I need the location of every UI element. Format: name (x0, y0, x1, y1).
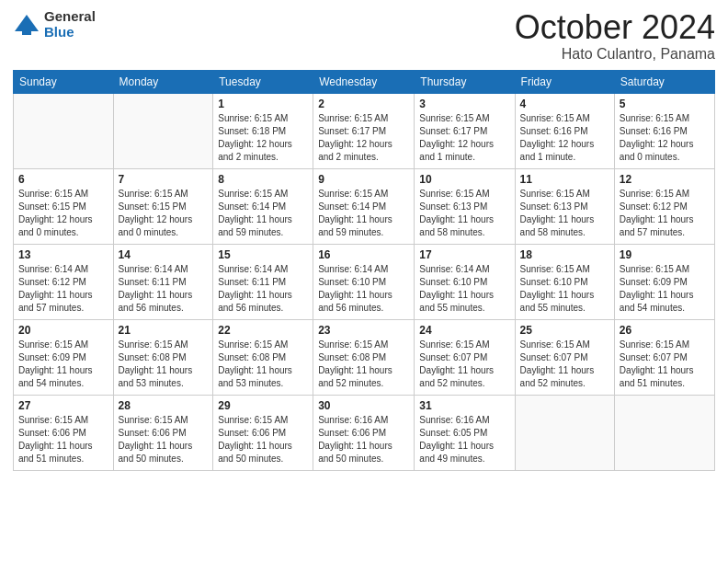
table-row: 26Sunrise: 6:15 AMSunset: 6:07 PMDayligh… (614, 319, 714, 395)
table-row: 2Sunrise: 6:15 AMSunset: 6:17 PMDaylight… (313, 93, 415, 168)
day-number: 13 (18, 248, 108, 261)
col-friday: Friday (515, 70, 614, 93)
calendar-week-row: 1Sunrise: 6:15 AMSunset: 6:18 PMDaylight… (14, 93, 715, 168)
table-row: 22Sunrise: 6:15 AMSunset: 6:08 PMDayligh… (213, 319, 313, 395)
logo-blue-text: Blue (44, 25, 96, 40)
day-number: 22 (218, 324, 308, 337)
table-row: 10Sunrise: 6:15 AMSunset: 6:13 PMDayligh… (415, 168, 515, 244)
table-row: 19Sunrise: 6:15 AMSunset: 6:09 PMDayligh… (614, 244, 714, 319)
table-row: 13Sunrise: 6:14 AMSunset: 6:12 PMDayligh… (14, 244, 114, 319)
day-info: Sunrise: 6:15 AMSunset: 6:13 PMDaylight:… (520, 188, 609, 239)
day-number: 3 (419, 98, 509, 110)
svg-marker-0 (15, 15, 39, 31)
col-sunday: Sunday (14, 70, 114, 93)
table-row: 1Sunrise: 6:15 AMSunset: 6:18 PMDaylight… (213, 93, 313, 168)
month-title: October 2024 (515, 9, 715, 46)
table-row: 9Sunrise: 6:15 AMSunset: 6:14 PMDaylight… (313, 168, 415, 244)
table-row (113, 93, 213, 168)
col-tuesday: Tuesday (213, 70, 313, 93)
day-number: 2 (318, 98, 409, 110)
day-info: Sunrise: 6:15 AMSunset: 6:15 PMDaylight:… (119, 188, 209, 239)
table-row: 16Sunrise: 6:14 AMSunset: 6:10 PMDayligh… (313, 244, 415, 319)
col-wednesday: Wednesday (313, 70, 415, 93)
table-row: 28Sunrise: 6:15 AMSunset: 6:06 PMDayligh… (113, 395, 213, 470)
table-row: 4Sunrise: 6:15 AMSunset: 6:16 PMDaylight… (515, 93, 614, 168)
day-info: Sunrise: 6:15 AMSunset: 6:16 PMDaylight:… (620, 112, 710, 164)
day-info: Sunrise: 6:15 AMSunset: 6:17 PMDaylight:… (419, 112, 509, 164)
day-number: 16 (318, 248, 409, 261)
table-row: 24Sunrise: 6:15 AMSunset: 6:07 PMDayligh… (415, 319, 515, 395)
day-info: Sunrise: 6:15 AMSunset: 6:07 PMDaylight:… (520, 339, 609, 390)
day-number: 17 (419, 248, 509, 261)
table-row: 27Sunrise: 6:15 AMSunset: 6:06 PMDayligh… (14, 395, 114, 470)
table-row: 3Sunrise: 6:15 AMSunset: 6:17 PMDaylight… (415, 93, 515, 168)
calendar-week-row: 6Sunrise: 6:15 AMSunset: 6:15 PMDaylight… (14, 168, 715, 244)
day-info: Sunrise: 6:15 AMSunset: 6:18 PMDaylight:… (218, 112, 308, 164)
day-number: 24 (419, 324, 509, 337)
table-row: 11Sunrise: 6:15 AMSunset: 6:13 PMDayligh… (515, 168, 614, 244)
day-number: 10 (419, 173, 509, 186)
day-info: Sunrise: 6:15 AMSunset: 6:17 PMDaylight:… (318, 112, 409, 164)
day-info: Sunrise: 6:15 AMSunset: 6:14 PMDaylight:… (318, 188, 409, 239)
calendar-week-row: 13Sunrise: 6:14 AMSunset: 6:12 PMDayligh… (14, 244, 715, 319)
day-number: 28 (119, 399, 209, 412)
day-number: 18 (520, 248, 609, 261)
logo-icon (13, 11, 40, 39)
day-info: Sunrise: 6:14 AMSunset: 6:12 PMDaylight:… (18, 263, 108, 315)
table-row: 18Sunrise: 6:15 AMSunset: 6:10 PMDayligh… (515, 244, 614, 319)
day-info: Sunrise: 6:15 AMSunset: 6:07 PMDaylight:… (620, 339, 710, 390)
day-info: Sunrise: 6:15 AMSunset: 6:14 PMDaylight:… (218, 188, 308, 239)
col-saturday: Saturday (614, 70, 714, 93)
table-row: 6Sunrise: 6:15 AMSunset: 6:15 PMDaylight… (14, 168, 114, 244)
day-number: 12 (620, 173, 710, 186)
day-number: 30 (318, 399, 409, 412)
day-number: 21 (119, 324, 209, 337)
day-number: 25 (520, 324, 609, 337)
table-row: 17Sunrise: 6:14 AMSunset: 6:10 PMDayligh… (415, 244, 515, 319)
table-row: 20Sunrise: 6:15 AMSunset: 6:09 PMDayligh… (14, 319, 114, 395)
table-row: 15Sunrise: 6:14 AMSunset: 6:11 PMDayligh… (213, 244, 313, 319)
day-number: 27 (18, 399, 108, 412)
day-number: 4 (520, 98, 609, 110)
day-number: 8 (218, 173, 308, 186)
title-block: October 2024 Hato Culantro, Panama (515, 9, 715, 63)
table-row: 8Sunrise: 6:15 AMSunset: 6:14 PMDaylight… (213, 168, 313, 244)
day-info: Sunrise: 6:15 AMSunset: 6:06 PMDaylight:… (218, 414, 308, 465)
day-number: 31 (419, 399, 509, 412)
day-number: 9 (318, 173, 409, 186)
col-thursday: Thursday (415, 70, 515, 93)
day-number: 5 (620, 98, 710, 110)
day-number: 20 (18, 324, 108, 337)
day-number: 14 (119, 248, 209, 261)
day-number: 29 (218, 399, 308, 412)
table-row (614, 395, 714, 470)
day-info: Sunrise: 6:15 AMSunset: 6:12 PMDaylight:… (620, 188, 710, 239)
day-info: Sunrise: 6:15 AMSunset: 6:06 PMDaylight:… (18, 414, 108, 465)
table-row: 21Sunrise: 6:15 AMSunset: 6:08 PMDayligh… (113, 319, 213, 395)
day-info: Sunrise: 6:15 AMSunset: 6:09 PMDaylight:… (18, 339, 108, 390)
day-info: Sunrise: 6:15 AMSunset: 6:13 PMDaylight:… (419, 188, 509, 239)
day-number: 19 (620, 248, 710, 261)
table-row: 5Sunrise: 6:15 AMSunset: 6:16 PMDaylight… (614, 93, 714, 168)
day-info: Sunrise: 6:14 AMSunset: 6:11 PMDaylight:… (119, 263, 209, 315)
day-info: Sunrise: 6:14 AMSunset: 6:10 PMDaylight:… (318, 263, 409, 315)
day-number: 11 (520, 173, 609, 186)
table-row: 23Sunrise: 6:15 AMSunset: 6:08 PMDayligh… (313, 319, 415, 395)
table-row: 12Sunrise: 6:15 AMSunset: 6:12 PMDayligh… (614, 168, 714, 244)
table-row: 31Sunrise: 6:16 AMSunset: 6:05 PMDayligh… (415, 395, 515, 470)
day-number: 26 (620, 324, 710, 337)
table-row (515, 395, 614, 470)
table-row (14, 93, 114, 168)
svg-rect-1 (22, 31, 31, 35)
logo: General Blue (13, 9, 96, 40)
day-info: Sunrise: 6:15 AMSunset: 6:15 PMDaylight:… (18, 188, 108, 239)
day-number: 1 (218, 98, 308, 110)
calendar-table: Sunday Monday Tuesday Wednesday Thursday… (13, 70, 715, 471)
day-info: Sunrise: 6:15 AMSunset: 6:09 PMDaylight:… (620, 263, 710, 315)
col-monday: Monday (113, 70, 213, 93)
logo-text: General Blue (44, 9, 96, 40)
location: Hato Culantro, Panama (515, 46, 715, 63)
day-info: Sunrise: 6:14 AMSunset: 6:10 PMDaylight:… (419, 263, 509, 315)
day-number: 23 (318, 324, 409, 337)
logo-general-text: General (44, 9, 96, 25)
